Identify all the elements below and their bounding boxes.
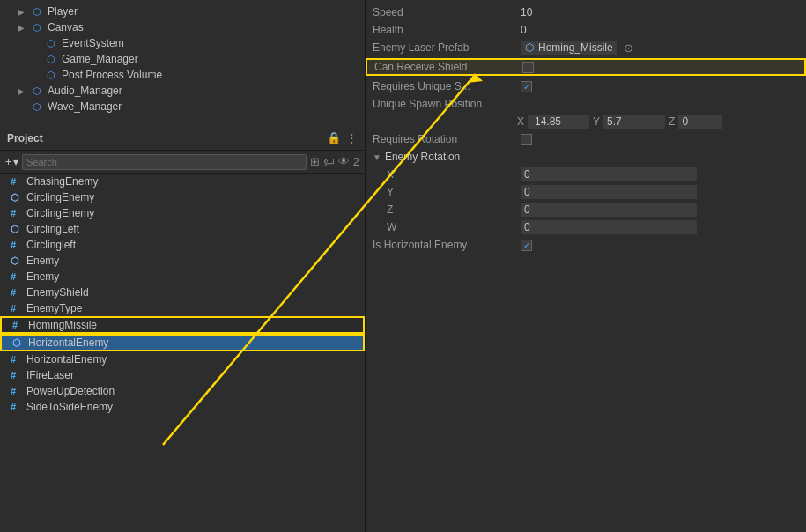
hash-icon: # <box>11 240 23 250</box>
more-icon[interactable]: ⋮ <box>346 131 358 144</box>
target-icon[interactable]: ⊙ <box>624 41 633 55</box>
hierarchy-item-audiomanager[interactable]: ▶ ⬡ Audio_Manager <box>0 83 365 99</box>
hash-icon: # <box>11 287 23 298</box>
hash-icon: # <box>11 386 23 396</box>
list-item[interactable]: # Circlingleft <box>0 237 365 253</box>
x-axis-label: X <box>517 115 524 128</box>
item-label: HorizontalEnemy <box>26 353 107 366</box>
plus-icon: + <box>5 156 11 168</box>
item-label: HorizontalEnemy <box>28 336 108 349</box>
prefab-icon: ⬡ <box>11 255 23 267</box>
field-label-is-horizontal: Is Horizontal Enemy <box>373 239 514 251</box>
enemy-rotation-section[interactable]: ▼ Enemy Rotation <box>366 148 806 166</box>
tag-icon[interactable]: 🏷 <box>323 155 335 168</box>
field-label-health: Health <box>373 24 514 36</box>
lock-icon[interactable]: 🔒 <box>327 131 341 144</box>
item-label: CirclingEnemy <box>26 191 94 203</box>
hash-icon: # <box>11 208 23 218</box>
visibility-icon[interactable]: 👁 2 <box>338 155 359 168</box>
requires-rotation-checkbox[interactable] <box>521 134 532 145</box>
field-label-requires-rotation: Requires Rotation <box>373 133 514 145</box>
list-item[interactable]: # Enemy <box>0 269 365 284</box>
hash-icon: # <box>11 354 23 365</box>
item-label: Enemy <box>26 255 59 267</box>
hierarchy-item-player[interactable]: ▶ ⬡ Player <box>0 4 365 19</box>
hash-icon: # <box>11 176 23 187</box>
list-item[interactable]: # EnemyType <box>0 300 365 316</box>
list-item-homingmissile[interactable]: # HomingMissile <box>0 316 365 334</box>
inspector-row-rotation-z: Z <box>366 201 806 218</box>
add-button[interactable]: + ▾ <box>5 156 18 168</box>
project-icons: 🔒 ⋮ <box>327 131 358 144</box>
prefab-icon: ⬡ <box>12 337 25 349</box>
item-label: CirclingEnemy <box>26 207 94 219</box>
hierarchy-item-canvas[interactable]: ▶ ⬡ Canvas <box>0 19 365 35</box>
field-label-speed: Speed <box>373 6 514 18</box>
item-label: EnemyShield <box>26 286 89 299</box>
hash-icon: # <box>11 402 23 412</box>
cube-icon: ⬡ <box>30 20 44 34</box>
hierarchy-item-postprocess[interactable]: ▶ ⬡ Post Process Volume <box>0 67 365 83</box>
inspector-row-can-receive-shield: Can Receive Shield <box>366 58 806 76</box>
list-item-horizontalenemy-prefab[interactable]: ⬡ HorizontalEnemy <box>0 334 365 351</box>
can-receive-shield-checkbox[interactable] <box>522 62 534 73</box>
filter-icon[interactable]: ⊞ <box>310 155 320 168</box>
add-label: ▾ <box>13 156 18 168</box>
x-field[interactable] <box>528 115 589 129</box>
list-item[interactable]: # CirclingEnemy <box>0 205 365 221</box>
field-value-speed: 10 <box>521 6 532 18</box>
hash-icon: # <box>11 303 23 314</box>
item-label: IFireLaser <box>26 369 74 381</box>
expand-arrow: ▶ <box>18 23 28 33</box>
list-item[interactable]: # SideToSideEnemy <box>0 399 365 415</box>
cube-icon: ⬡ <box>30 84 44 98</box>
xyz-fields: X Y Z <box>517 115 722 129</box>
y-field[interactable] <box>603 115 665 129</box>
hierarchy-label: Wave_Manager <box>48 100 122 113</box>
cube-icon: ⬡ <box>44 68 58 82</box>
list-item[interactable]: # ChasingEnemy <box>0 174 365 189</box>
rotation-y-field[interactable] <box>521 185 697 199</box>
inspector-row-requires-rotation: Requires Rotation <box>366 130 806 148</box>
rotation-z-field[interactable] <box>521 203 697 217</box>
hierarchy-item-gamemanager[interactable]: ▶ ⬡ Game_Manager <box>0 51 365 67</box>
hierarchy-item-wavemanager[interactable]: ▶ ⬡ Wave_Manager <box>0 99 365 115</box>
field-label-rot-w: W <box>373 221 514 233</box>
inspector-row-health: Health 0 <box>366 21 806 39</box>
item-label: PowerUpDetection <box>26 385 115 397</box>
item-label: ChasingEnemy <box>26 175 98 188</box>
field-label-rot-x: X <box>373 168 514 181</box>
is-horizontal-checkbox[interactable] <box>521 240 532 251</box>
requires-unique-checkbox[interactable] <box>521 81 532 92</box>
hierarchy-label: EventSystem <box>62 37 124 49</box>
field-value-health: 0 <box>521 24 527 36</box>
search-input[interactable] <box>22 154 307 170</box>
hash-icon: # <box>11 370 23 381</box>
section-arrow: ▼ <box>373 152 381 162</box>
rotation-w-field[interactable] <box>521 220 697 234</box>
z-axis-label: Z <box>669 115 675 128</box>
list-item[interactable]: # IFireLaser <box>0 367 365 383</box>
list-item[interactable]: ⬡ Enemy <box>0 253 365 269</box>
right-panel: Speed 10 Health 0 Enemy Laser Prefab ⬡ H… <box>366 0 806 532</box>
inspector-row-speed: Speed 10 <box>366 4 806 21</box>
project-header: Project 🔒 ⋮ <box>0 126 365 151</box>
prefab-icon: ⬡ <box>11 192 23 203</box>
list-item[interactable]: ⬡ CirclingLeft <box>0 221 365 237</box>
cube-icon: ⬡ <box>30 4 44 18</box>
list-item[interactable]: # EnemyShield <box>0 284 365 300</box>
prefab-name: Homing_Missile <box>538 41 613 54</box>
z-field[interactable] <box>678 115 722 129</box>
inspector-row-is-horizontal: Is Horizontal Enemy <box>366 236 806 254</box>
hierarchy-item-eventsystem[interactable]: ▶ ⬡ EventSystem <box>0 35 365 51</box>
list-item[interactable]: # HorizontalEnemy <box>0 351 365 367</box>
hierarchy-label: Game_Manager <box>62 53 138 65</box>
inspector-content: Speed 10 Health 0 Enemy Laser Prefab ⬡ H… <box>366 0 806 532</box>
field-label-rot-z: Z <box>373 203 514 216</box>
list-item[interactable]: # PowerUpDetection <box>0 383 365 399</box>
item-label: Circlingleft <box>26 239 76 251</box>
prefab-reference[interactable]: ⬡ Homing_Missile <box>521 41 617 55</box>
rotation-x-field[interactable] <box>521 167 697 181</box>
list-item[interactable]: ⬡ CirclingEnemy <box>0 189 365 205</box>
hierarchy-label: Audio_Manager <box>48 85 122 97</box>
